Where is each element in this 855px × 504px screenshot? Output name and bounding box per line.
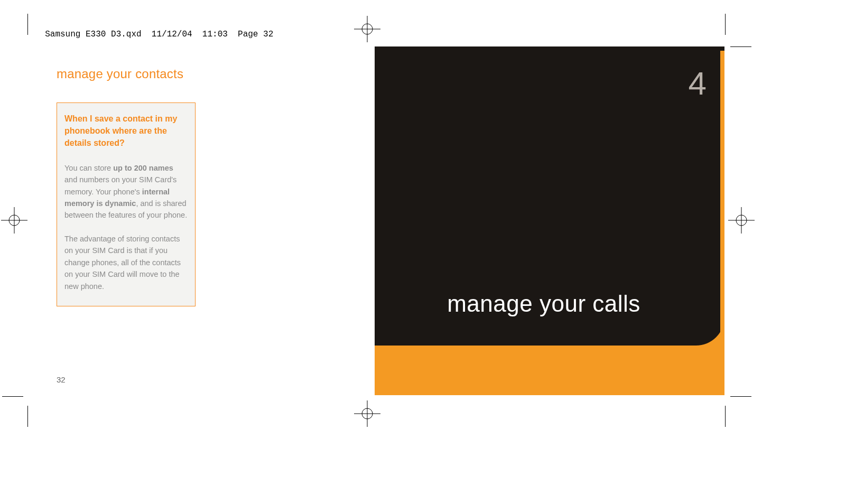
answer-text: The advantage of storing contacts on you… [64,235,181,291]
page-number: 32 [57,375,66,384]
section-title: manage your contacts [57,67,183,81]
answer-text: You can store [64,164,113,172]
orange-band [375,346,724,395]
chapter-divider-page: 4 manage your calls [375,46,724,395]
file-header: Samsung E330 D3.qxd 11/12/04 11:03 Page … [35,20,273,39]
crop-mark [730,396,751,397]
crop-mark [27,406,28,427]
registration-mark-left [1,207,27,234]
answer-bold: up to 200 names [113,164,173,172]
crop-mark [730,46,751,47]
info-answer: You can store up to 200 names and number… [64,162,188,293]
crop-mark [2,396,23,397]
crop-mark [27,14,28,35]
orange-edge [720,46,724,346]
registration-mark-right [728,207,755,234]
crop-mark [725,406,726,427]
registration-mark-bottom [354,400,380,427]
chapter-title: manage your calls [375,291,713,317]
registration-mark-top [354,16,380,42]
info-question: When I save a contact in my phonebook wh… [64,113,188,150]
black-panel: 4 manage your calls [375,46,724,346]
chapter-number: 4 [689,64,707,102]
info-box: When I save a contact in my phonebook wh… [57,102,196,306]
file-header-text: Samsung E330 D3.qxd 11/12/04 11:03 Page … [45,30,273,39]
crop-mark [725,14,726,35]
